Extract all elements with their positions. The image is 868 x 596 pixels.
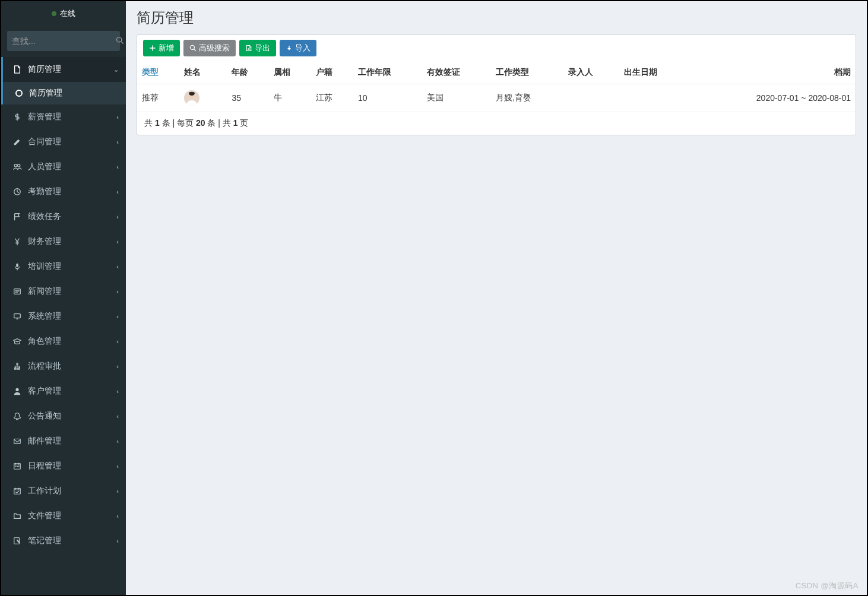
- sidebar-subitem-label: 简历管理: [29, 88, 62, 99]
- adv-search-button[interactable]: 高级搜索: [183, 40, 236, 56]
- sidebar-item-0[interactable]: 简历管理⌄: [3, 57, 126, 82]
- sidebar: 在线 简历管理⌄简历管理薪资管理‹合同管理‹人员管理‹考勤管理‹绩效任务‹财务管…: [1, 1, 126, 595]
- sidebar-search[interactable]: [7, 31, 120, 51]
- desktop-icon: [11, 312, 23, 321]
- svg-rect-3: [14, 314, 21, 318]
- svg-rect-8: [17, 466, 18, 467]
- chevron-left-icon: ‹: [116, 363, 119, 370]
- table-header-2[interactable]: 年龄: [227, 61, 269, 84]
- mail-icon: [11, 437, 23, 445]
- table-header-7[interactable]: 工作类型: [491, 61, 563, 84]
- table-header-0[interactable]: 类型: [137, 61, 179, 84]
- svg-rect-5: [14, 439, 21, 444]
- sidebar-item-11[interactable]: 流程审批‹: [3, 354, 126, 379]
- sidebar-item-label: 考勤管理: [28, 186, 116, 197]
- chevron-left-icon: ‹: [116, 338, 119, 345]
- table-header-6[interactable]: 有效签证: [422, 61, 491, 84]
- svg-rect-1: [16, 264, 18, 267]
- table-header-9[interactable]: 出生日期: [619, 61, 688, 84]
- sidebar-item-15[interactable]: 日程管理‹: [3, 454, 126, 478]
- user-icon: [11, 387, 23, 395]
- sidebar-item-6[interactable]: 财务管理‹: [3, 229, 126, 254]
- search-icon[interactable]: [116, 36, 124, 46]
- user-panel: 在线: [1, 1, 126, 26]
- chevron-left-icon: ‹: [116, 537, 119, 544]
- table-header-5[interactable]: 工作年限: [353, 61, 422, 84]
- svg-point-4: [15, 388, 18, 391]
- table-header-10[interactable]: 档期: [688, 61, 856, 84]
- sidebar-item-10[interactable]: 角色管理‹: [3, 329, 126, 354]
- chevron-left-icon: ‹: [116, 263, 119, 270]
- table-row[interactable]: 推荐35牛江苏10美国月嫂,育婴2020-07-01 ~ 2020-08-01: [137, 84, 856, 112]
- add-button[interactable]: 新增: [143, 40, 180, 56]
- cell-type: 推荐: [137, 84, 179, 112]
- sidebar-item-8[interactable]: 新闻管理‹: [3, 279, 126, 304]
- chevron-left-icon: ‹: [116, 163, 119, 170]
- sidebar-item-1[interactable]: 薪资管理‹: [3, 104, 126, 129]
- svg-rect-9: [18, 466, 20, 467]
- sidebar-item-16[interactable]: 工作计划‹: [3, 478, 126, 503]
- file-icon: [11, 65, 23, 74]
- sidebar-item-label: 合同管理: [28, 137, 116, 147]
- status-dot-icon: [52, 11, 56, 16]
- export-button[interactable]: 导出: [239, 40, 276, 56]
- sidebar-item-17[interactable]: 文件管理‹: [3, 503, 126, 528]
- calendar-icon: [11, 462, 23, 470]
- sidebar-item-label: 薪资管理: [28, 112, 116, 122]
- cell-job_type: 月嫂,育婴: [491, 84, 563, 112]
- chevron-left-icon: ‹: [116, 138, 119, 145]
- adv-search-label: 高级搜索: [199, 43, 230, 53]
- sidebar-item-label: 公告通知: [28, 411, 116, 421]
- table-header-row: 类型姓名年龄属相户籍工作年限有效签证工作类型录入人出生日期档期: [137, 61, 856, 84]
- sidebar-item-label: 新闻管理: [28, 286, 116, 297]
- content-header: 简历管理: [126, 1, 867, 34]
- status-label: 在线: [60, 8, 75, 19]
- table-header-8[interactable]: 录入人: [563, 61, 619, 84]
- page-title: 简历管理: [137, 8, 856, 27]
- mic-icon: [11, 262, 23, 271]
- sidebar-item-18[interactable]: 笔记管理‹: [3, 528, 126, 553]
- avatar: [184, 90, 199, 106]
- content-box: 新增 高级搜索 导出 导入 类型姓名年: [137, 34, 856, 135]
- chevron-left-icon: ‹: [116, 388, 119, 395]
- export-icon: [245, 45, 252, 52]
- table-header-4[interactable]: 户籍: [311, 61, 353, 84]
- cell-name: [179, 84, 227, 112]
- chevron-left-icon: ‹: [116, 413, 119, 420]
- sidebar-item-label: 角色管理: [28, 336, 116, 347]
- sidebar-item-label: 人员管理: [28, 161, 116, 172]
- sidebar-item-label: 绩效任务: [28, 211, 116, 222]
- sidebar-item-5[interactable]: 绩效任务‹: [3, 204, 126, 229]
- yen-icon: [11, 237, 23, 246]
- news-icon: [11, 287, 23, 296]
- chevron-left-icon: ‹: [116, 113, 119, 121]
- table-header-1[interactable]: 姓名: [179, 61, 227, 84]
- sidebar-subitem-0-0[interactable]: 简历管理: [3, 82, 126, 104]
- users-icon: [11, 163, 23, 171]
- sidebar-item-14[interactable]: 邮件管理‹: [3, 429, 126, 454]
- sidebar-item-4[interactable]: 考勤管理‹: [3, 179, 126, 204]
- sidebar-item-label: 日程管理: [28, 461, 116, 471]
- table-body: 推荐35牛江苏10美国月嫂,育婴2020-07-01 ~ 2020-08-01: [137, 84, 856, 112]
- sidebar-item-12[interactable]: 客户管理‹: [3, 379, 126, 404]
- import-button[interactable]: 导入: [280, 40, 316, 56]
- import-label: 导入: [295, 43, 311, 53]
- cell-birth_date: [619, 84, 688, 112]
- search-input[interactable]: [12, 36, 116, 46]
- cap-icon: [11, 337, 23, 345]
- sitemap-icon: [11, 362, 23, 370]
- data-table: 类型姓名年龄属相户籍工作年限有效签证工作类型录入人出生日期档期 推荐35牛江苏1…: [137, 61, 856, 112]
- chevron-left-icon: ‹: [116, 313, 119, 320]
- sidebar-item-label: 工作计划: [28, 486, 116, 496]
- sidebar-item-9[interactable]: 系统管理‹: [3, 304, 126, 329]
- clock-icon: [11, 188, 23, 196]
- table-header-3[interactable]: 属相: [269, 61, 311, 84]
- sidebar-item-2[interactable]: 合同管理‹: [3, 129, 126, 154]
- sidebar-item-label: 笔记管理: [28, 535, 116, 546]
- chevron-left-icon: ‹: [116, 238, 119, 245]
- sidebar-item-7[interactable]: 培训管理‹: [3, 254, 126, 279]
- sidebar-item-3[interactable]: 人员管理‹: [3, 154, 126, 179]
- sidebar-item-label: 财务管理: [28, 236, 116, 247]
- cell-work_years: 10: [353, 84, 422, 112]
- sidebar-item-13[interactable]: 公告通知‹: [3, 404, 126, 429]
